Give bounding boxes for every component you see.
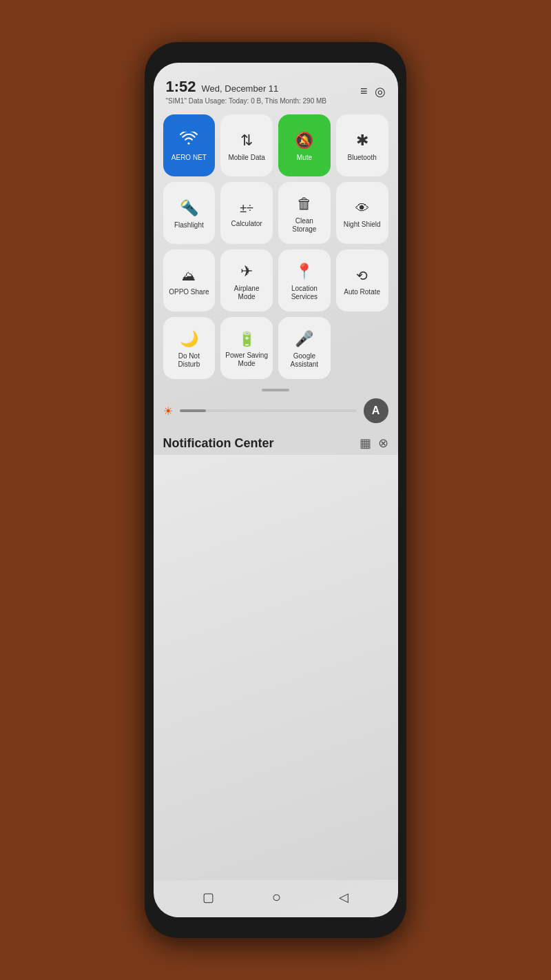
rotate-icon: ⟲ (356, 267, 368, 284)
scroll-dot (262, 389, 289, 391)
tile-clean-storage-label: Clean Storage (282, 217, 326, 234)
tile-mute-label: Mute (297, 154, 312, 162)
tile-flashlight[interactable]: 🔦 Flashlight (163, 182, 216, 244)
tile-bluetooth-label: Bluetooth (347, 154, 376, 162)
night-shield-icon: 👁 (355, 201, 369, 216)
data-usage: "SIM1" Data Usage: Today: 0 B, This Mont… (166, 97, 327, 105)
bluetooth-icon: ✱ (356, 132, 368, 150)
tile-mobile-data[interactable]: ⇅ Mobile Data (220, 114, 273, 176)
notification-icons: ▦ ⊗ (360, 436, 388, 451)
time-date: 1:52 Wed, December 11 (166, 78, 327, 96)
tile-calculator[interactable]: ±÷ Calculator (220, 182, 273, 244)
tile-power-saving[interactable]: 🔋 Power Saving Mode (220, 317, 273, 379)
tile-mute[interactable]: 🔕 Mute (278, 114, 331, 176)
phone-screen: 1:52 Wed, December 11 "SIM1" Data Usage:… (154, 63, 398, 917)
tile-mobile-data-label: Mobile Data (228, 154, 264, 162)
tile-night-shield-label: Night Shield (344, 221, 381, 229)
nav-home-button[interactable]: ○ (272, 888, 281, 906)
brightness-bar[interactable] (180, 409, 357, 412)
quick-tiles-grid: AERO NET ⇅ Mobile Data 🔕 Mute ✱ Bluetoot… (154, 108, 398, 386)
status-bar: 1:52 Wed, December 11 "SIM1" Data Usage:… (154, 65, 398, 108)
camera-icon: ◎ (375, 84, 386, 99)
brightness-row[interactable]: ☀ A (154, 393, 398, 429)
nav-bar: ▢ ○ ◁ (154, 880, 398, 917)
notification-title: Notification Center (163, 436, 274, 451)
tile-airplane-mode[interactable]: ✈ Airplane Mode (220, 249, 273, 312)
tile-night-shield[interactable]: 👁 Night Shield (336, 182, 388, 244)
brightness-icon: ☀ (163, 405, 173, 418)
nav-recents-button[interactable]: ▢ (202, 890, 214, 905)
tile-do-not-disturb[interactable]: 🌙 Do Not Disturb (163, 317, 216, 379)
time: 1:52 (166, 78, 196, 96)
tile-google-assistant[interactable]: 🎤 Google Assistant (278, 317, 331, 379)
avatar-button[interactable]: A (364, 398, 388, 423)
tile-dnd-label: Do Not Disturb (167, 352, 211, 369)
tile-power-saving-label: Power Saving Mode (225, 351, 269, 368)
tile-clean-storage[interactable]: 🗑 Clean Storage (278, 182, 331, 244)
mute-icon: 🔕 (295, 132, 313, 150)
notification-header: Notification Center ▦ ⊗ (154, 429, 398, 455)
tile-airplane-mode-label: Airplane Mode (225, 285, 269, 301)
date: Wed, December 11 (202, 83, 279, 94)
tile-auto-rotate[interactable]: ⟲ Auto Rotate (336, 249, 388, 312)
notch (266, 42, 285, 52)
power-saving-icon: 🔋 (238, 331, 256, 347)
tile-bluetooth[interactable]: ✱ Bluetooth (336, 114, 388, 176)
clean-storage-icon: 🗑 (297, 195, 312, 213)
notification-clear-icon[interactable]: ⊗ (378, 436, 388, 451)
tile-google-assistant-label: Google Assistant (282, 352, 326, 369)
tile-oppo-share[interactable]: ⛰ OPPO Share (163, 249, 216, 312)
notification-list-icon[interactable]: ▦ (360, 436, 371, 451)
dnd-icon: 🌙 (180, 330, 198, 348)
tile-calculator-label: Calculator (231, 220, 262, 228)
tile-oppo-share-label: OPPO Share (169, 288, 209, 296)
wifi-icon (180, 132, 198, 150)
mic-icon: 🎤 (295, 330, 313, 348)
phone-frame: 1:52 Wed, December 11 "SIM1" Data Usage:… (145, 42, 406, 938)
oppo-share-icon: ⛰ (182, 268, 196, 284)
tile-auto-rotate-label: Auto Rotate (344, 288, 380, 296)
tile-location-services-label: Location Services (282, 285, 326, 301)
calculator-icon: ±÷ (240, 201, 253, 216)
status-icons: ≡ ◎ (360, 84, 386, 99)
tile-flashlight-label: Flashlight (174, 221, 204, 229)
nav-back-button[interactable]: ◁ (339, 890, 349, 905)
airplane-icon: ✈ (240, 263, 253, 280)
menu-icon: ≡ (360, 84, 368, 99)
status-left: 1:52 Wed, December 11 "SIM1" Data Usage:… (166, 78, 327, 105)
flashlight-icon: 🔦 (180, 199, 198, 217)
brightness-fill (180, 409, 207, 412)
scroll-indicator (154, 386, 398, 393)
mobile-data-icon: ⇅ (240, 132, 253, 150)
tile-aero-net[interactable]: AERO NET (163, 114, 216, 176)
tile-aero-net-label: AERO NET (171, 154, 207, 162)
tile-location-services[interactable]: 📍 Location Services (278, 249, 331, 312)
location-icon: 📍 (295, 263, 313, 280)
notification-body (154, 455, 398, 880)
